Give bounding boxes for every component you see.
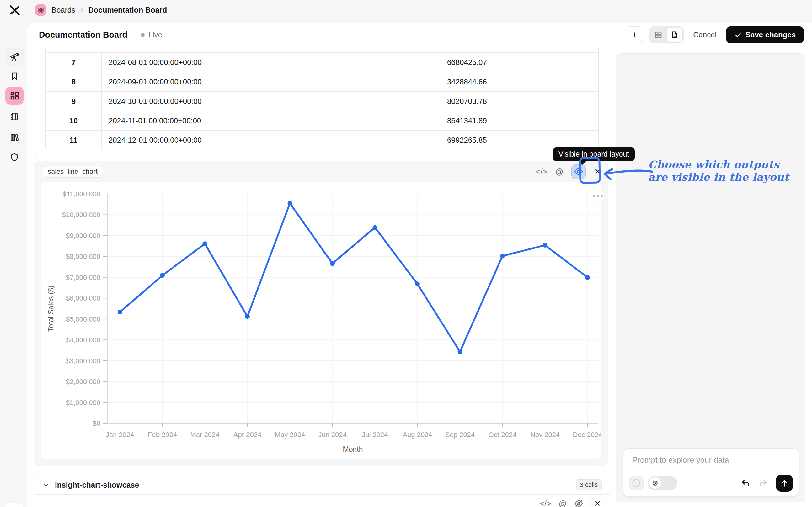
status-badge: Live (140, 31, 162, 39)
prompt-controls (629, 474, 793, 492)
grid-layout-toggle[interactable] (650, 27, 666, 42)
sidebar-item-boards[interactable] (5, 87, 23, 105)
insight-section-card: insight-chart-showcase 3 cells </> @ ✕ (34, 475, 610, 506)
annotation-arrow (602, 165, 653, 183)
boards-icon[interactable] (35, 4, 47, 16)
chart-output-section: sales_line_chart </> @ ✕ $0$1,000,000$2,… (34, 161, 608, 466)
table-row[interactable]: 102024-11-01 00:00:00+00:008541341.89 (46, 111, 598, 130)
shield-icon (10, 153, 19, 162)
annotation-rectangle (579, 157, 600, 183)
svg-text:Mar 2024: Mar 2024 (190, 431, 220, 439)
svg-text:$0: $0 (93, 419, 100, 427)
breadcrumb-boards[interactable]: Boards (51, 6, 75, 14)
prompt-input[interactable]: Prompt to explore your data (632, 456, 729, 465)
cell-value: 3428844.66 (440, 72, 598, 91)
insight-toolbar: </> @ ✕ (540, 497, 604, 507)
sidebar-item-bookmarks[interactable] (5, 67, 23, 85)
document-layout-toggle[interactable] (667, 27, 682, 42)
chart-more-button[interactable] (591, 189, 604, 203)
svg-text:May 2024: May 2024 (275, 431, 305, 439)
breadcrumb: Boards › Documentation Board (35, 4, 167, 16)
brain-icon (651, 480, 659, 487)
table-row[interactable]: 82024-09-01 00:00:00+00:003428844.66 (46, 72, 598, 91)
cancel-button[interactable]: Cancel (690, 31, 720, 39)
svg-text:Total Sales ($): Total Sales ($) (47, 285, 55, 332)
data-table[interactable]: 72024-08-01 00:00:00+00:006680425.078202… (46, 47, 599, 150)
svg-text:Jan 2024: Jan 2024 (106, 431, 134, 439)
chevron-down-icon (42, 481, 50, 489)
sidebar-item-explore[interactable] (5, 48, 23, 66)
table-row[interactable]: 112024-12-01 00:00:00+00:006992265.85 (46, 130, 598, 150)
svg-text:$3,000,000: $3,000,000 (66, 357, 100, 365)
history-controls (741, 478, 768, 488)
svg-text:$8,000,000: $8,000,000 (66, 252, 100, 261)
mention-icon[interactable]: @ (555, 168, 563, 176)
submit-prompt-button[interactable] (776, 475, 793, 492)
row-index: 11 (46, 130, 102, 150)
header-actions: + Cancel (626, 26, 804, 43)
prompt-card[interactable]: Prompt to explore your data (623, 448, 799, 497)
save-changes-button[interactable]: Save changes (726, 26, 804, 43)
layout-toggle (649, 26, 684, 43)
eye-slash-icon[interactable] (574, 499, 584, 507)
code-icon[interactable]: </> (536, 168, 547, 176)
sidebar-item-library[interactable] (5, 128, 23, 147)
row-index: 8 (46, 72, 102, 91)
svg-text:$4,000,000: $4,000,000 (66, 336, 100, 344)
cell-value: 6992265.85 (440, 130, 598, 150)
notebook-icon (10, 112, 19, 121)
mention-icon[interactable]: @ (559, 500, 567, 507)
app-logo-icon[interactable] (9, 4, 21, 16)
cell-count-badge: 3 cells (576, 480, 602, 490)
svg-text:Apr 2024: Apr 2024 (233, 431, 262, 439)
boards-grid-icon (9, 91, 19, 101)
document-icon (671, 31, 679, 39)
library-icon (10, 133, 19, 142)
cell-name-tag[interactable]: sales_line_chart (41, 166, 104, 178)
sidebar-item-organization[interactable] (5, 503, 23, 507)
sidebar-item-notebooks[interactable] (5, 107, 23, 125)
svg-text:$1,000,000: $1,000,000 (66, 399, 100, 407)
board-header: Documentation Board Live + (27, 23, 812, 47)
cell-date: 2024-11-01 00:00:00+00:00 (102, 111, 440, 130)
svg-text:$2,000,000: $2,000,000 (66, 378, 100, 386)
svg-text:Aug 2024: Aug 2024 (403, 431, 432, 439)
insight-header[interactable]: insight-chart-showcase 3 cells (34, 475, 610, 495)
deep-think-toggle[interactable] (648, 476, 678, 490)
table-row-partial (46, 47, 598, 52)
sidebar-item-security[interactable] (5, 148, 23, 166)
code-icon[interactable]: </> (540, 500, 551, 507)
svg-text:Oct 2024: Oct 2024 (488, 431, 516, 439)
cell-date: 2024-10-01 00:00:00+00:00 (102, 92, 440, 111)
table-output-card: 72024-08-01 00:00:00+00:006680425.078202… (34, 47, 610, 156)
cell-date: 2024-08-01 00:00:00+00:00 (102, 53, 440, 72)
sidebar (0, 21, 27, 507)
cell-value: 6680425.07 (440, 53, 598, 72)
cell-value: 8020703.78 (440, 92, 598, 111)
svg-text:Dec 2024: Dec 2024 (573, 431, 601, 439)
arrow-up-icon (780, 479, 789, 488)
page-title: Documentation Board (39, 30, 127, 40)
cell-date: 2024-12-01 00:00:00+00:00 (102, 130, 440, 150)
svg-text:$7,000,000: $7,000,000 (66, 274, 100, 281)
chevron-right-icon: › (80, 5, 83, 14)
breadcrumb-current[interactable]: Documentation Board (88, 6, 167, 14)
sales-line-chart: $0$1,000,000$2,000,000$3,000,000$4,000,0… (41, 182, 601, 459)
cell-value: 8541341.89 (440, 111, 598, 130)
svg-text:Sep 2024: Sep 2024 (445, 431, 475, 439)
close-button[interactable]: ✕ (591, 497, 604, 507)
explore-panel: Prompt to explore your data (616, 53, 805, 502)
table-row[interactable]: 92024-10-01 00:00:00+00:008020703.78 (46, 91, 598, 111)
telescope-icon (9, 52, 19, 62)
add-cell-button[interactable]: + (626, 26, 643, 43)
table-row[interactable]: 72024-08-01 00:00:00+00:006680425.07 (46, 52, 598, 72)
content-area: Documentation Board Live + (27, 22, 812, 507)
check-icon (734, 31, 742, 39)
attach-button[interactable] (629, 476, 643, 490)
svg-text:$11,000,000: $11,000,000 (62, 190, 100, 198)
redo-icon[interactable] (758, 478, 768, 488)
app-root: Boards › Documentation Board (0, 0, 812, 507)
row-index: 10 (46, 111, 102, 130)
undo-icon[interactable] (741, 478, 750, 488)
chart-section-header: sales_line_chart </> @ ✕ (34, 161, 608, 182)
